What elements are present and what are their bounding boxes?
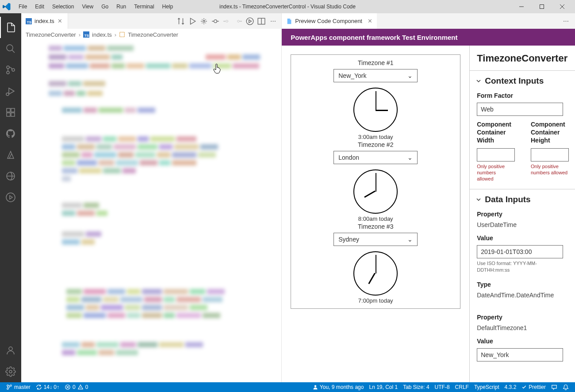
time-text: 7:00pm today: [291, 297, 460, 304]
github-icon[interactable]: [0, 123, 21, 144]
property-name: DefaultTimezone1: [470, 323, 575, 333]
debug-config-icon[interactable]: [200, 17, 208, 25]
account-icon[interactable]: [0, 340, 21, 361]
breadcrumbs[interactable]: TimezoneConverter › TS index.ts › Timezo…: [21, 29, 281, 40]
more-actions-icon[interactable]: ⋯: [563, 18, 575, 24]
property-name: UserDateTime: [470, 219, 575, 230]
maximize-button[interactable]: [532, 0, 552, 13]
editor-right: Preview Code Component ✕ ⋯ PowerApps com…: [282, 13, 575, 382]
svg-rect-12: [11, 113, 15, 116]
menu-go[interactable]: Go: [98, 2, 112, 12]
explorer-icon[interactable]: [0, 17, 21, 38]
chevron-icon: ›: [79, 31, 80, 38]
next-change-icon[interactable]: [234, 17, 242, 25]
editor-left: TS index.ts ✕ ⋯ TimezoneConverter › TS i…: [21, 13, 282, 382]
breadcrumb-folder[interactable]: TimezoneConverter: [26, 31, 76, 38]
language-mode[interactable]: TypeScript: [472, 382, 502, 392]
git-blame[interactable]: You, 9 months ago: [310, 382, 367, 392]
svg-point-17: [9, 370, 12, 373]
svg-point-18: [203, 20, 205, 22]
menu-selection[interactable]: Selection: [49, 2, 77, 12]
timezone-label: Timezone #2: [291, 141, 460, 148]
menu-view[interactable]: View: [78, 2, 97, 12]
play-circle-icon[interactable]: [0, 187, 21, 208]
tab-size[interactable]: Tab Size: 4: [400, 382, 432, 392]
code-editor[interactable]: [21, 40, 281, 382]
split-editor-icon[interactable]: [257, 17, 265, 25]
problems[interactable]: 0 0: [62, 382, 91, 392]
timezone-label: Timezone #3: [291, 223, 460, 230]
class-icon: [119, 31, 125, 38]
svg-point-4: [7, 45, 13, 51]
git-commit-icon[interactable]: [211, 17, 219, 25]
type-value: DateAndTime.DateAndTime: [470, 290, 575, 300]
breadcrumb-symbol[interactable]: TimezoneConverter: [128, 31, 178, 38]
eol[interactable]: CRLF: [452, 382, 472, 392]
person-icon: [313, 384, 318, 390]
section-data-inputs[interactable]: Data Inputs: [470, 189, 575, 206]
svg-point-24: [238, 20, 240, 22]
compare-changes-icon[interactable]: [177, 17, 185, 25]
cursor-position[interactable]: Ln 19, Col 1: [366, 382, 400, 392]
width-input[interactable]: [477, 148, 515, 161]
svg-point-6: [7, 66, 9, 69]
menu-help[interactable]: Help: [159, 2, 177, 12]
svg-point-16: [9, 347, 12, 350]
height-input[interactable]: [531, 148, 569, 161]
close-icon[interactable]: ✕: [57, 18, 63, 24]
more-actions-icon[interactable]: ⋯: [269, 17, 277, 25]
timezone-select[interactable]: Sydney ⌄: [334, 233, 418, 246]
height-hint: Only positive numbers allowed: [531, 161, 575, 176]
tab-filename: index.ts: [34, 18, 54, 24]
breadcrumb-file[interactable]: index.ts: [92, 31, 112, 38]
extensions-icon[interactable]: [0, 102, 21, 123]
activity-bar: [0, 13, 21, 382]
section-context-inputs[interactable]: Context Inputs: [470, 71, 575, 88]
svg-point-30: [7, 385, 9, 387]
menu-file[interactable]: File: [15, 2, 31, 12]
svg-rect-11: [7, 113, 10, 116]
feedback-icon[interactable]: [548, 382, 560, 392]
svg-rect-10: [7, 108, 10, 112]
chevron-down-icon: ⌄: [407, 72, 413, 79]
value-input[interactable]: New_York: [477, 348, 563, 361]
timezone-select[interactable]: New_York ⌄: [334, 69, 418, 82]
timezone-select[interactable]: London ⌄: [334, 151, 418, 164]
minimize-button[interactable]: [511, 0, 532, 13]
menu-run[interactable]: Run: [113, 2, 130, 12]
close-icon[interactable]: ✕: [368, 18, 372, 24]
prev-change-icon[interactable]: [223, 17, 231, 25]
svg-point-26: [246, 18, 253, 25]
sync-icon: [36, 384, 42, 390]
sync-status[interactable]: 14↓ 0↑: [33, 382, 62, 392]
menu-edit[interactable]: Edit: [31, 2, 48, 12]
tab-index-ts[interactable]: TS index.ts ✕: [21, 13, 68, 29]
search-icon[interactable]: [0, 38, 21, 59]
warning-icon: [77, 384, 84, 390]
close-button[interactable]: [552, 0, 572, 13]
svg-line-5: [12, 50, 15, 53]
notifications-icon[interactable]: [560, 382, 571, 392]
svg-rect-13: [11, 108, 15, 112]
tab-preview[interactable]: Preview Code Component ✕: [282, 13, 377, 29]
git-branch[interactable]: master: [4, 382, 33, 392]
debug-icon[interactable]: [0, 81, 21, 102]
prettier[interactable]: Prettier: [519, 382, 548, 392]
ts-version[interactable]: 4.3.2: [502, 382, 519, 392]
value-label: Value: [470, 333, 575, 346]
ts-file-icon: TS: [83, 31, 89, 38]
form-factor-select[interactable]: Web: [477, 103, 563, 116]
value-input[interactable]: 2019-01-01T03:00: [477, 245, 563, 258]
branch-icon: [6, 384, 12, 390]
chevron-down-icon: ⌄: [407, 154, 413, 161]
run-icon[interactable]: [188, 17, 196, 25]
run-code-icon[interactable]: [246, 17, 254, 25]
settings-icon[interactable]: [0, 361, 21, 382]
azure-icon[interactable]: [0, 144, 21, 165]
chevron-icon: ›: [115, 31, 116, 38]
live-share-icon[interactable]: [0, 165, 21, 187]
check-icon: [521, 384, 527, 390]
menu-terminal[interactable]: Terminal: [130, 2, 157, 12]
encoding[interactable]: UTF-8: [432, 382, 452, 392]
source-control-icon[interactable]: [0, 59, 21, 81]
